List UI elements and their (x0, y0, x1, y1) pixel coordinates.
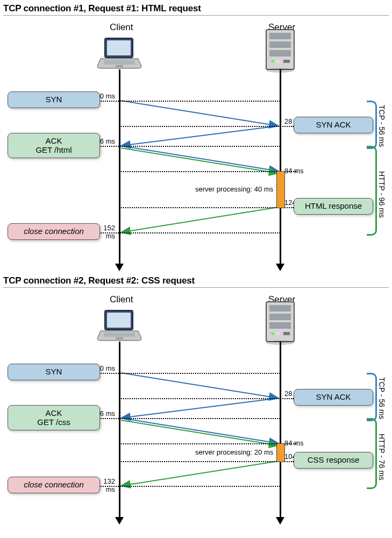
lifeline-server (280, 69, 281, 265)
event-label-line: SYN ACK (298, 121, 368, 130)
processing-note: server processing: 40 ms (195, 185, 273, 193)
duration-bracket (367, 373, 377, 421)
timestamp: 84 ms (284, 167, 303, 175)
participant-client: Client (110, 294, 133, 305)
svg-rect-24 (269, 322, 291, 329)
diagram-canvas: ClientServer 0 msSYN28 msSYN ACK56 msACK… (3, 20, 389, 275)
svg-rect-20 (116, 337, 123, 339)
tick-line (119, 461, 294, 462)
event-label-line: close connection (12, 480, 95, 490)
section-title: TCP connection #1, Request #1: HTML requ… (3, 3, 389, 16)
svg-rect-7 (269, 50, 291, 56)
sequence-diagram: TCP connection #1, Request #1: HTML requ… (3, 3, 389, 275)
arrowhead-down-icon (276, 264, 284, 271)
svg-line-13 (121, 126, 279, 146)
sequence-diagram: TCP connection #2, Request #2: CSS reque… (3, 275, 389, 529)
svg-rect-19 (104, 332, 135, 337)
duration-bracket (367, 146, 377, 236)
tick-line (119, 398, 294, 399)
laptop-icon (96, 36, 142, 73)
svg-line-33 (121, 461, 279, 486)
event-box: SYN (8, 364, 100, 380)
event-box: ACKGET /css (8, 405, 100, 430)
arrowhead-down-icon (115, 517, 124, 525)
diagram-canvas: ClientServer 0 msSYN28 msSYN ACK56 msACK… (3, 292, 389, 529)
tick-line (90, 101, 280, 102)
event-box: ACKGET /html (8, 133, 100, 158)
svg-line-29 (121, 373, 279, 398)
lifeline-client (119, 342, 120, 518)
tick-line (90, 146, 280, 147)
participant-client: Client (110, 22, 133, 33)
svg-point-8 (271, 60, 274, 63)
svg-line-32 (121, 420, 279, 445)
svg-line-30 (121, 398, 279, 418)
arrowhead-down-icon (276, 517, 284, 525)
svg-rect-5 (269, 33, 291, 39)
tick-line (119, 126, 294, 127)
svg-point-9 (276, 60, 280, 63)
processing-bar (276, 171, 285, 208)
event-label-line: HTML response (298, 202, 368, 211)
svg-line-31 (121, 418, 279, 443)
event-label-line: GET /html (12, 146, 95, 155)
tick-line (90, 486, 280, 487)
event-label-line: SYN (12, 95, 95, 104)
tick-line (119, 207, 294, 208)
svg-line-12 (121, 101, 279, 126)
svg-rect-2 (104, 60, 135, 65)
event-label-line: CSS response (298, 456, 368, 465)
event-box: CSS response (294, 452, 373, 469)
event-label-line: SYN ACK (298, 393, 368, 402)
event-label-line: SYN (12, 367, 95, 377)
svg-rect-6 (269, 41, 291, 48)
event-box: close connection (8, 223, 100, 240)
event-box: close connection (8, 477, 100, 493)
processing-note: server processing: 20 ms (195, 448, 273, 456)
svg-rect-1 (107, 40, 131, 55)
timestamp: 84 ms (284, 439, 303, 447)
laptop-icon (96, 308, 142, 345)
event-label-line: GET /css (12, 418, 95, 427)
tick-line (119, 443, 296, 444)
svg-rect-10 (283, 60, 290, 63)
event-box: SYN ACK (294, 389, 373, 406)
event-box: SYN (8, 91, 100, 108)
duration-bracket (367, 418, 377, 489)
svg-rect-23 (269, 314, 291, 320)
bracket-label: HTTP - 76 ms (377, 434, 386, 480)
svg-point-25 (271, 332, 274, 335)
tick-line (90, 232, 280, 233)
svg-line-16 (121, 207, 279, 232)
event-box: SYN ACK (294, 117, 373, 133)
bracket-label: HTTP - 96 ms (377, 171, 386, 218)
svg-rect-3 (116, 65, 123, 67)
bracket-label: TCP - 56 ms (377, 105, 386, 147)
arrowhead-down-icon (115, 264, 124, 271)
svg-point-26 (276, 332, 280, 335)
tick-line (90, 418, 280, 419)
processing-bar (276, 443, 285, 462)
event-label-line: close connection (12, 227, 95, 236)
svg-line-15 (121, 148, 279, 173)
section-title: TCP connection #2, Request #2: CSS reque… (3, 275, 389, 288)
duration-bracket (367, 101, 377, 149)
tick-line (90, 373, 280, 374)
lifeline-server (280, 342, 281, 518)
svg-rect-18 (107, 313, 131, 328)
tick-line (119, 171, 296, 172)
svg-line-14 (121, 146, 279, 171)
server-icon (263, 300, 297, 348)
event-label-line: ACK (12, 137, 95, 146)
event-box: HTML response (294, 198, 373, 215)
bracket-label: TCP - 56 ms (377, 377, 386, 419)
svg-rect-27 (283, 332, 290, 335)
event-label-line: ACK (12, 409, 95, 418)
svg-rect-22 (269, 305, 291, 312)
lifeline-client (119, 69, 120, 265)
server-icon (263, 27, 297, 76)
